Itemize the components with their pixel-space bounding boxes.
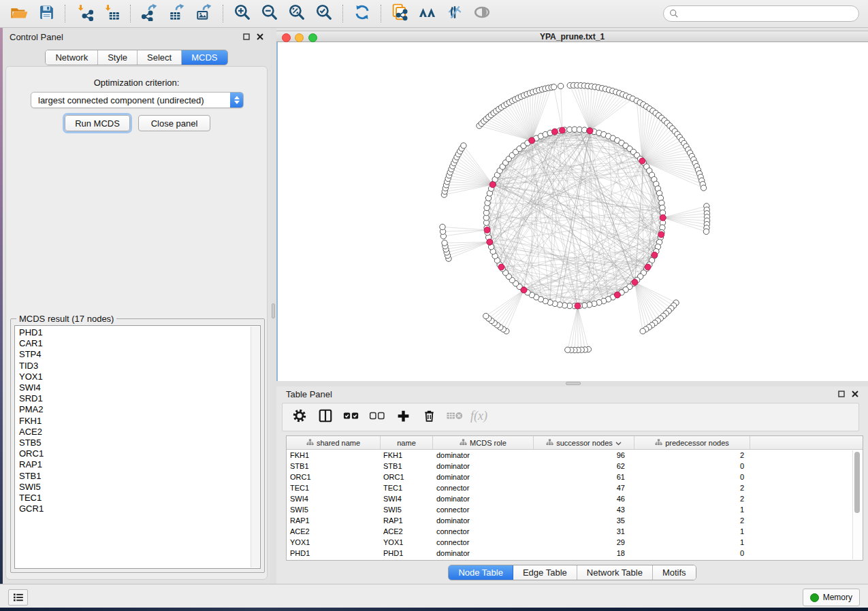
cell-predecessor-nodes[interactable]: 0 bbox=[634, 473, 750, 481]
cell-successor-nodes[interactable]: 96 bbox=[534, 451, 634, 459]
cell-name[interactable]: ACE2 bbox=[381, 527, 433, 535]
import-network-button[interactable] bbox=[73, 3, 96, 24]
cell-MCDS-role[interactable]: connector bbox=[433, 484, 534, 492]
cell-name[interactable]: YOX1 bbox=[381, 538, 433, 546]
cell-name[interactable]: SWI5 bbox=[381, 506, 433, 514]
cell-successor-nodes[interactable]: 47 bbox=[534, 484, 634, 492]
cell-MCDS-role[interactable]: dominator bbox=[433, 451, 534, 459]
mcds-result-node[interactable]: SRD1 bbox=[15, 393, 251, 404]
mcds-result-node[interactable]: SWI5 bbox=[15, 482, 251, 493]
cell-shared-name[interactable]: PHD1 bbox=[287, 549, 381, 557]
cell-shared-name[interactable]: SWI5 bbox=[287, 506, 381, 514]
export-image-button[interactable] bbox=[193, 3, 216, 24]
column-header-MCDS-role[interactable]: MCDS role bbox=[433, 436, 534, 449]
tab-style[interactable]: Style bbox=[98, 50, 138, 65]
mcds-result-node[interactable]: ORC1 bbox=[15, 448, 251, 459]
cell-MCDS-role[interactable]: connector bbox=[433, 527, 534, 535]
cell-shared-name[interactable]: SWI4 bbox=[287, 495, 381, 503]
cell-name[interactable]: STB1 bbox=[381, 462, 433, 470]
import-table-button[interactable] bbox=[100, 3, 123, 24]
select-all-button[interactable] bbox=[341, 407, 361, 427]
export-table-button[interactable] bbox=[165, 3, 189, 24]
cell-successor-nodes[interactable]: 43 bbox=[534, 506, 634, 514]
table-scrollbar-thumb[interactable] bbox=[854, 452, 860, 513]
table-row-TEC1[interactable]: TEC1TEC1connector472 bbox=[287, 482, 863, 493]
float-panel-icon[interactable] bbox=[837, 391, 845, 398]
mcds-result-node[interactable]: ACE2 bbox=[15, 427, 251, 437]
table-row-STB1[interactable]: STB1STB1dominator620 bbox=[287, 461, 863, 472]
cell-successor-nodes[interactable]: 29 bbox=[534, 538, 634, 546]
tab-motifs[interactable]: Motifs bbox=[653, 565, 696, 580]
tab-select[interactable]: Select bbox=[138, 50, 182, 65]
cell-name[interactable]: ORC1 bbox=[381, 473, 433, 481]
refresh-button[interactable] bbox=[351, 3, 374, 24]
add-column-button[interactable] bbox=[393, 407, 413, 427]
cell-shared-name[interactable]: TEC1 bbox=[287, 484, 381, 492]
cell-MCDS-role[interactable]: connector bbox=[433, 506, 534, 514]
mcds-result-node[interactable]: YOX1 bbox=[15, 371, 251, 382]
mcds-result-node[interactable]: SWI4 bbox=[15, 382, 251, 393]
mcds-result-node[interactable]: CAR1 bbox=[15, 338, 251, 349]
cell-predecessor-nodes[interactable]: 2 bbox=[634, 516, 750, 525]
cell-shared-name[interactable]: STB1 bbox=[287, 462, 381, 470]
cell-successor-nodes[interactable]: 31 bbox=[534, 527, 634, 535]
mcds-result-node[interactable]: TID3 bbox=[15, 361, 251, 371]
cell-shared-name[interactable]: ACE2 bbox=[287, 527, 381, 535]
cell-name[interactable]: RAP1 bbox=[381, 516, 433, 525]
tab-mcds[interactable]: MCDS bbox=[182, 50, 227, 65]
table-row-YOX1[interactable]: YOX1YOX1connector291 bbox=[287, 537, 863, 548]
cell-MCDS-role[interactable]: connector bbox=[433, 538, 534, 546]
column-header-name[interactable]: name bbox=[381, 436, 433, 449]
result-list-scrollbar[interactable] bbox=[251, 327, 259, 567]
table-row-SWI5[interactable]: SWI5SWI5connector431 bbox=[287, 504, 863, 515]
cell-predecessor-nodes[interactable]: 1 bbox=[634, 538, 750, 546]
cell-successor-nodes[interactable]: 35 bbox=[534, 516, 634, 525]
cell-predecessor-nodes[interactable]: 0 bbox=[634, 462, 750, 470]
cell-MCDS-role[interactable]: dominator bbox=[433, 473, 534, 481]
table-row-PHD1[interactable]: PHD1PHD1dominator180 bbox=[287, 548, 863, 559]
column-visibility-button[interactable] bbox=[315, 407, 336, 427]
run-mcds-button[interactable]: Run MCDS bbox=[65, 115, 130, 131]
cell-predecessor-nodes[interactable]: 0 bbox=[634, 549, 750, 557]
cell-MCDS-role[interactable]: dominator bbox=[433, 516, 534, 525]
table-row-ACE2[interactable]: ACE2ACE2connector311 bbox=[287, 526, 863, 537]
divider-grip[interactable] bbox=[566, 382, 581, 385]
export-network-button[interactable] bbox=[138, 3, 161, 24]
table-row-FKH1[interactable]: FKH1FKH1dominator962 bbox=[287, 450, 863, 461]
cell-successor-nodes[interactable]: 18 bbox=[534, 549, 634, 557]
search-input[interactable] bbox=[679, 7, 858, 20]
cell-name[interactable]: FKH1 bbox=[381, 451, 433, 459]
zoom-out-button[interactable] bbox=[258, 3, 281, 24]
tab-network-table[interactable]: Network Table bbox=[577, 565, 653, 580]
mcds-result-node[interactable]: STB1 bbox=[15, 471, 251, 482]
cell-name[interactable]: PHD1 bbox=[381, 549, 433, 557]
zoom-selected-button[interactable] bbox=[312, 3, 336, 24]
column-header-successor-nodes[interactable]: successor nodes bbox=[534, 436, 634, 449]
close-panel-icon[interactable] bbox=[256, 33, 263, 41]
column-header-shared-name[interactable]: shared name bbox=[287, 436, 381, 449]
cell-successor-nodes[interactable]: 61 bbox=[534, 473, 634, 481]
zoom-fit-button[interactable] bbox=[285, 3, 308, 24]
birds-eye-button[interactable] bbox=[416, 3, 439, 24]
table-scrollbar[interactable] bbox=[852, 450, 862, 559]
cell-predecessor-nodes[interactable]: 1 bbox=[634, 506, 750, 514]
cell-MCDS-role[interactable]: dominator bbox=[433, 495, 534, 503]
mcds-result-node[interactable]: FKH1 bbox=[15, 416, 251, 427]
cell-MCDS-role[interactable]: dominator bbox=[433, 549, 534, 557]
cell-successor-nodes[interactable]: 46 bbox=[534, 495, 634, 503]
tab-node-table[interactable]: Node Table bbox=[449, 565, 513, 580]
delete-column-button[interactable] bbox=[419, 407, 439, 427]
tab-edge-table[interactable]: Edge Table bbox=[513, 565, 577, 580]
tab-network[interactable]: Network bbox=[46, 50, 98, 65]
horizontal-split-divider[interactable] bbox=[276, 381, 868, 386]
close-panel-button[interactable]: Close panel bbox=[138, 115, 210, 131]
save-session-button[interactable] bbox=[35, 3, 58, 24]
network-canvas[interactable] bbox=[276, 42, 868, 381]
zoom-in-button[interactable] bbox=[231, 3, 254, 24]
cell-predecessor-nodes[interactable]: 2 bbox=[634, 495, 750, 503]
mcds-result-node[interactable]: TEC1 bbox=[15, 493, 251, 503]
memory-button[interactable]: Memory bbox=[803, 589, 860, 606]
show-hide-button[interactable] bbox=[470, 3, 494, 24]
cell-shared-name[interactable]: YOX1 bbox=[287, 538, 381, 546]
cell-name[interactable]: SWI4 bbox=[381, 495, 433, 503]
